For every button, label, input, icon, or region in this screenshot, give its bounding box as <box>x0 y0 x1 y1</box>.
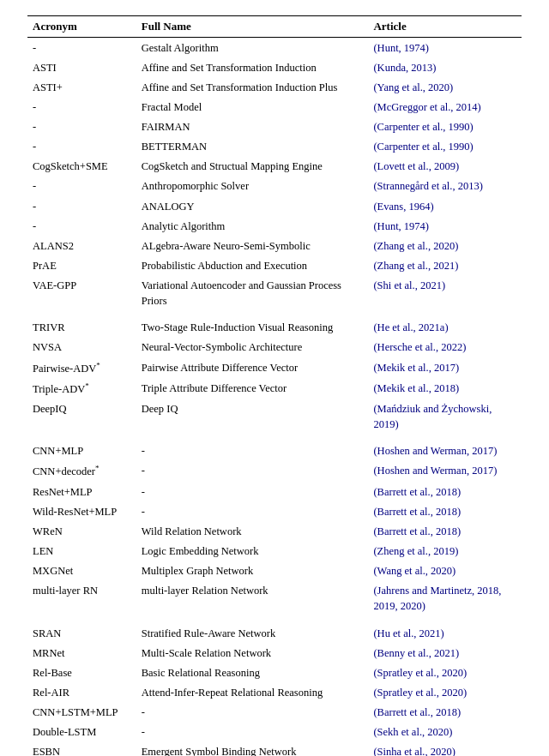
cell-fullname: FAIRMAN <box>136 117 369 137</box>
cell-acronym: SRAN <box>27 623 136 643</box>
cell-acronym: CNN+LSTM+MLP <box>27 703 136 723</box>
cell-fullname: ALgebra-Aware Neuro-Semi-Symbolic <box>136 236 369 255</box>
cell-fullname: - <box>136 703 369 723</box>
table-row: ESBNEmergent Symbol Binding Network(Sinh… <box>27 742 522 756</box>
cell-fullname: Logic Embedding Network <box>136 542 369 561</box>
cell-acronym: Wild-ResNet+MLP <box>27 501 136 521</box>
cell-article: (Carpenter et al., 1990) <box>368 117 522 137</box>
cell-article: (Hoshen and Werman, 2017) <box>368 441 522 461</box>
cell-acronym: Rel-Base <box>27 663 136 682</box>
cell-fullname: - <box>136 441 369 461</box>
cell-article: (Barrett et al., 2018) <box>368 703 522 723</box>
cell-acronym: VAE-GPP <box>27 276 136 311</box>
cell-fullname: Multi-Scale Relation Network <box>136 643 369 663</box>
cell-article: (Yang et al., 2020) <box>368 77 522 97</box>
cell-article: (Strannegård et al., 2013) <box>368 177 522 196</box>
table-row: -Fractal Model(McGreggor et al., 2014) <box>27 97 522 117</box>
cell-acronym: MRNet <box>27 643 136 663</box>
table-row: Wild-ResNet+MLP-(Barrett et al., 2018) <box>27 501 522 521</box>
cell-article: (Hoshen and Werman, 2017) <box>368 461 522 482</box>
table-row: MXGNetMultiplex Graph Network(Wang et al… <box>27 561 522 581</box>
table-row: VAE-GPPVariational Autoencoder and Gauss… <box>27 276 522 311</box>
table-row <box>27 435 522 441</box>
cell-acronym: LEN <box>27 542 136 561</box>
cell-fullname: - <box>136 501 369 521</box>
cell-fullname: Multiplex Graph Network <box>136 561 369 581</box>
table-row: -BETTERMAN(Carpenter et al., 1990) <box>27 137 522 157</box>
cell-acronym: ASTI+ <box>27 77 136 97</box>
cell-article: (Evans, 1964) <box>368 196 522 216</box>
cell-article: (Mekik et al., 2017) <box>368 357 522 378</box>
cell-fullname: Emergent Symbol Binding Network <box>136 742 369 756</box>
cell-article: (Mekik et al., 2018) <box>368 378 522 399</box>
table-row: TRIVRTwo-Stage Rule-Induction Visual Rea… <box>27 318 522 338</box>
cell-fullname: Attend-Infer-Repeat Relational Reasoning <box>136 682 369 702</box>
cell-fullname: Affine and Set Transformation Induction … <box>136 77 369 97</box>
cell-article: (Spratley et al., 2020) <box>368 663 522 682</box>
cell-acronym: WReN <box>27 521 136 541</box>
table-row: -Anthropomorphic Solver(Strannegård et a… <box>27 177 522 196</box>
table-row: ASTIAffine and Set Transformation Induct… <box>27 57 522 77</box>
cell-acronym: - <box>27 38 136 58</box>
header-acronym: Acronym <box>27 16 136 38</box>
cell-fullname: Variational Autoencoder and Gaussian Pro… <box>136 276 369 311</box>
cell-acronym: - <box>27 177 136 196</box>
table-row: ResNet+MLP-(Barrett et al., 2018) <box>27 482 522 501</box>
cell-article: (Barrett et al., 2018) <box>368 521 522 541</box>
table-row: -ANALOGY(Evans, 1964) <box>27 196 522 216</box>
cell-article: (Hu et al., 2021) <box>368 623 522 643</box>
cell-acronym: ResNet+MLP <box>27 482 136 501</box>
acronym-table: Acronym Full Name Article -Gestalt Algor… <box>27 15 522 756</box>
cell-acronym: CNN+MLP <box>27 441 136 461</box>
table-row: CNN+decoder*-(Hoshen and Werman, 2017) <box>27 461 522 482</box>
cell-fullname: BETTERMAN <box>136 137 369 157</box>
table-row: -Gestalt Algorithm(Hunt, 1974) <box>27 38 522 58</box>
cell-acronym: ESBN <box>27 742 136 756</box>
cell-fullname: Stratified Rule-Aware Network <box>136 623 369 643</box>
header-fullname: Full Name <box>136 16 369 38</box>
cell-fullname: - <box>136 461 369 482</box>
page: Acronym Full Name Article -Gestalt Algor… <box>0 0 549 756</box>
cell-article: (Kunda, 2013) <box>368 57 522 77</box>
cell-acronym: multi-layer RN <box>27 581 136 616</box>
table-header: Acronym Full Name Article <box>27 16 522 38</box>
cell-acronym: - <box>27 137 136 157</box>
table-row: Rel-AIRAttend-Infer-Repeat Relational Re… <box>27 682 522 702</box>
cell-article: (McGreggor et al., 2014) <box>368 97 522 117</box>
cell-fullname: Two-Stage Rule-Induction Visual Reasonin… <box>136 318 369 338</box>
cell-article: (Carpenter et al., 1990) <box>368 137 522 157</box>
cell-article: (Spratley et al., 2020) <box>368 682 522 702</box>
cell-acronym: MXGNet <box>27 561 136 581</box>
cell-fullname: Wild Relation Network <box>136 521 369 541</box>
cell-fullname: Probabilistic Abduction and Execution <box>136 255 369 275</box>
cell-acronym: DeepIQ <box>27 399 136 435</box>
table-row: DeepIQDeep IQ(Mańdziuk and Żychowski, 20… <box>27 399 522 435</box>
cell-fullname: Analytic Algorithm <box>136 216 369 236</box>
table-row: NVSANeural-Vector-Symbolic Architecture(… <box>27 338 522 357</box>
cell-article: (Hunt, 1974) <box>368 38 522 58</box>
cell-article: (Lovett et al., 2009) <box>368 157 522 177</box>
cell-acronym: NVSA <box>27 338 136 357</box>
table-row: ASTI+Affine and Set Transformation Induc… <box>27 77 522 97</box>
cell-fullname: Basic Relational Reasoning <box>136 663 369 682</box>
cell-acronym: - <box>27 97 136 117</box>
header-article: Article <box>368 16 522 38</box>
cell-article: (Sekh et al., 2020) <box>368 723 522 742</box>
table-row: Double-LSTM-(Sekh et al., 2020) <box>27 723 522 742</box>
cell-article: (Mańdziuk and Żychowski, 2019) <box>368 399 522 435</box>
cell-fullname: Deep IQ <box>136 399 369 435</box>
table-row: MRNetMulti-Scale Relation Network(Benny … <box>27 643 522 663</box>
cell-article: (Barrett et al., 2018) <box>368 501 522 521</box>
table-row: multi-layer RNmulti-layer Relation Netwo… <box>27 581 522 616</box>
cell-fullname: Gestalt Algorithm <box>136 38 369 58</box>
cell-acronym: Triple-ADV* <box>27 378 136 399</box>
table-row: -FAIRMAN(Carpenter et al., 1990) <box>27 117 522 137</box>
cell-article: (Zhang et al., 2020) <box>368 236 522 255</box>
cell-fullname: Anthropomorphic Solver <box>136 177 369 196</box>
table-row: ALANS2ALgebra-Aware Neuro-Semi-Symbolic(… <box>27 236 522 255</box>
cell-acronym: Pairwise-ADV* <box>27 357 136 378</box>
table-row: CNN+MLP-(Hoshen and Werman, 2017) <box>27 441 522 461</box>
cell-acronym: CNN+decoder* <box>27 461 136 482</box>
cell-acronym: Rel-AIR <box>27 682 136 702</box>
table-row: PrAEProbabilistic Abduction and Executio… <box>27 255 522 275</box>
